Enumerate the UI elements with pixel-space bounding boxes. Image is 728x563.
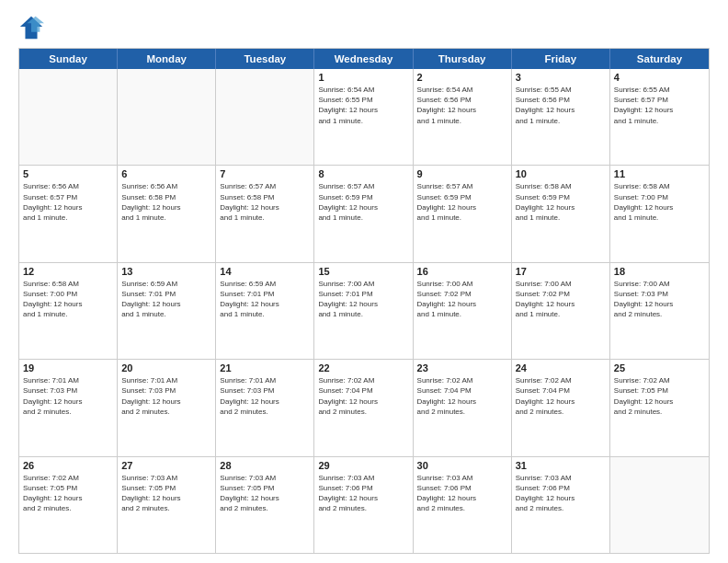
calendar-header-cell: Friday [512,49,610,69]
calendar-cell [118,69,216,165]
day-number: 9 [417,168,507,179]
day-info: Sunrise: 6:59 AM Sunset: 7:01 PM Dayligh… [220,279,310,320]
calendar-cell: 13Sunrise: 6:59 AM Sunset: 7:01 PM Dayli… [118,263,216,359]
calendar-cell: 8Sunrise: 6:57 AM Sunset: 6:59 PM Daylig… [314,166,413,261]
day-info: Sunrise: 7:03 AM Sunset: 7:05 PM Dayligh… [220,473,310,514]
calendar-cell: 31Sunrise: 7:03 AM Sunset: 7:06 PM Dayli… [512,457,610,553]
calendar-cell: 1Sunrise: 6:54 AM Sunset: 6:55 PM Daylig… [314,69,413,165]
day-info: Sunrise: 6:57 AM Sunset: 6:59 PM Dayligh… [417,181,507,223]
logo-icon [18,15,44,40]
day-number: 30 [417,460,507,471]
day-number: 17 [516,266,606,277]
calendar-cell: 28Sunrise: 7:03 AM Sunset: 7:05 PM Dayli… [216,457,314,553]
day-number: 6 [121,168,211,179]
day-number: 10 [516,168,606,179]
day-number: 23 [417,362,507,373]
calendar-week-row: 12Sunrise: 6:58 AM Sunset: 7:00 PM Dayli… [19,263,709,360]
day-number: 25 [614,362,705,373]
day-info: Sunrise: 6:56 AM Sunset: 6:58 PM Dayligh… [121,181,211,223]
day-number: 15 [318,266,408,277]
day-info: Sunrise: 7:03 AM Sunset: 7:05 PM Dayligh… [121,473,211,514]
calendar-cell: 11Sunrise: 6:58 AM Sunset: 7:00 PM Dayli… [610,166,709,261]
calendar-header-cell: Tuesday [216,49,314,69]
day-info: Sunrise: 7:02 AM Sunset: 7:04 PM Dayligh… [318,375,408,417]
calendar-cell: 9Sunrise: 6:57 AM Sunset: 6:59 PM Daylig… [414,166,512,261]
day-number: 4 [614,72,705,83]
calendar-cell: 15Sunrise: 7:00 AM Sunset: 7:01 PM Dayli… [314,263,413,359]
day-number: 22 [318,362,408,373]
calendar-cell [19,69,118,165]
day-number: 13 [121,266,211,277]
calendar-body: 1Sunrise: 6:54 AM Sunset: 6:55 PM Daylig… [19,69,709,553]
day-info: Sunrise: 6:54 AM Sunset: 6:56 PM Dayligh… [417,85,507,126]
day-info: Sunrise: 6:56 AM Sunset: 6:57 PM Dayligh… [23,181,113,223]
calendar-cell: 3Sunrise: 6:55 AM Sunset: 6:56 PM Daylig… [512,69,610,165]
day-info: Sunrise: 7:00 AM Sunset: 7:01 PM Dayligh… [318,279,408,320]
day-info: Sunrise: 6:57 AM Sunset: 6:58 PM Dayligh… [220,181,310,223]
calendar-cell: 30Sunrise: 7:03 AM Sunset: 7:06 PM Dayli… [414,457,512,553]
day-info: Sunrise: 7:01 AM Sunset: 7:03 PM Dayligh… [121,375,211,417]
calendar-cell: 6Sunrise: 6:56 AM Sunset: 6:58 PM Daylig… [118,166,216,261]
day-info: Sunrise: 7:02 AM Sunset: 7:04 PM Dayligh… [417,375,507,417]
day-number: 18 [614,266,705,277]
calendar-header-cell: Thursday [414,49,512,69]
calendar-cell: 22Sunrise: 7:02 AM Sunset: 7:04 PM Dayli… [314,360,413,455]
calendar-header-cell: Saturday [610,49,709,69]
page: SundayMondayTuesdayWednesdayThursdayFrid… [0,0,728,563]
day-info: Sunrise: 7:02 AM Sunset: 7:05 PM Dayligh… [614,375,705,417]
calendar-cell: 24Sunrise: 7:02 AM Sunset: 7:04 PM Dayli… [512,360,610,455]
calendar: SundayMondayTuesdayWednesdayThursdayFrid… [18,48,710,554]
calendar-cell: 27Sunrise: 7:03 AM Sunset: 7:05 PM Dayli… [118,457,216,553]
calendar-cell: 19Sunrise: 7:01 AM Sunset: 7:03 PM Dayli… [19,360,118,455]
day-number: 16 [417,266,507,277]
day-number: 11 [614,168,705,179]
calendar-cell: 29Sunrise: 7:03 AM Sunset: 7:06 PM Dayli… [314,457,413,553]
calendar-header-cell: Sunday [19,49,118,69]
calendar-cell: 12Sunrise: 6:58 AM Sunset: 7:00 PM Dayli… [19,263,118,359]
day-number: 20 [121,362,211,373]
day-number: 7 [220,168,310,179]
day-number: 12 [23,266,113,277]
day-info: Sunrise: 6:54 AM Sunset: 6:55 PM Dayligh… [318,85,408,126]
day-info: Sunrise: 7:00 AM Sunset: 7:02 PM Dayligh… [417,279,507,320]
calendar-cell: 17Sunrise: 7:00 AM Sunset: 7:02 PM Dayli… [512,263,610,359]
header [18,15,710,40]
day-number: 2 [417,72,507,83]
day-number: 8 [318,168,408,179]
day-info: Sunrise: 7:01 AM Sunset: 7:03 PM Dayligh… [220,375,310,417]
day-info: Sunrise: 7:03 AM Sunset: 7:06 PM Dayligh… [318,473,408,514]
calendar-header-cell: Wednesday [314,49,413,69]
day-number: 5 [23,168,113,179]
calendar-cell: 7Sunrise: 6:57 AM Sunset: 6:58 PM Daylig… [216,166,314,261]
calendar-cell: 23Sunrise: 7:02 AM Sunset: 7:04 PM Dayli… [414,360,512,455]
calendar-cell: 18Sunrise: 7:00 AM Sunset: 7:03 PM Dayli… [610,263,709,359]
day-number: 3 [516,72,606,83]
calendar-cell: 4Sunrise: 6:55 AM Sunset: 6:57 PM Daylig… [610,69,709,165]
calendar-cell: 10Sunrise: 6:58 AM Sunset: 6:59 PM Dayli… [512,166,610,261]
day-info: Sunrise: 6:58 AM Sunset: 7:00 PM Dayligh… [614,181,705,223]
calendar-cell: 14Sunrise: 6:59 AM Sunset: 7:01 PM Dayli… [216,263,314,359]
day-number: 1 [318,72,408,83]
calendar-cell: 21Sunrise: 7:01 AM Sunset: 7:03 PM Dayli… [216,360,314,455]
day-info: Sunrise: 6:57 AM Sunset: 6:59 PM Dayligh… [318,181,408,223]
calendar-week-row: 19Sunrise: 7:01 AM Sunset: 7:03 PM Dayli… [19,360,709,456]
day-number: 21 [220,362,310,373]
day-info: Sunrise: 6:59 AM Sunset: 7:01 PM Dayligh… [121,279,211,320]
calendar-header-row: SundayMondayTuesdayWednesdayThursdayFrid… [19,49,709,69]
day-info: Sunrise: 6:55 AM Sunset: 6:56 PM Dayligh… [516,85,606,126]
calendar-week-row: 1Sunrise: 6:54 AM Sunset: 6:55 PM Daylig… [19,69,709,166]
day-info: Sunrise: 7:02 AM Sunset: 7:05 PM Dayligh… [23,473,113,514]
day-number: 29 [318,460,408,471]
logo [18,15,50,40]
day-number: 31 [516,460,606,471]
calendar-header-cell: Monday [118,49,216,69]
day-info: Sunrise: 6:58 AM Sunset: 7:00 PM Dayligh… [23,279,113,320]
day-number: 24 [516,362,606,373]
day-info: Sunrise: 6:55 AM Sunset: 6:57 PM Dayligh… [614,85,705,126]
calendar-cell: 2Sunrise: 6:54 AM Sunset: 6:56 PM Daylig… [414,69,512,165]
calendar-cell: 16Sunrise: 7:00 AM Sunset: 7:02 PM Dayli… [414,263,512,359]
calendar-cell: 5Sunrise: 6:56 AM Sunset: 6:57 PM Daylig… [19,166,118,261]
day-info: Sunrise: 6:58 AM Sunset: 6:59 PM Dayligh… [516,181,606,223]
day-number: 19 [23,362,113,373]
day-info: Sunrise: 7:01 AM Sunset: 7:03 PM Dayligh… [23,375,113,417]
